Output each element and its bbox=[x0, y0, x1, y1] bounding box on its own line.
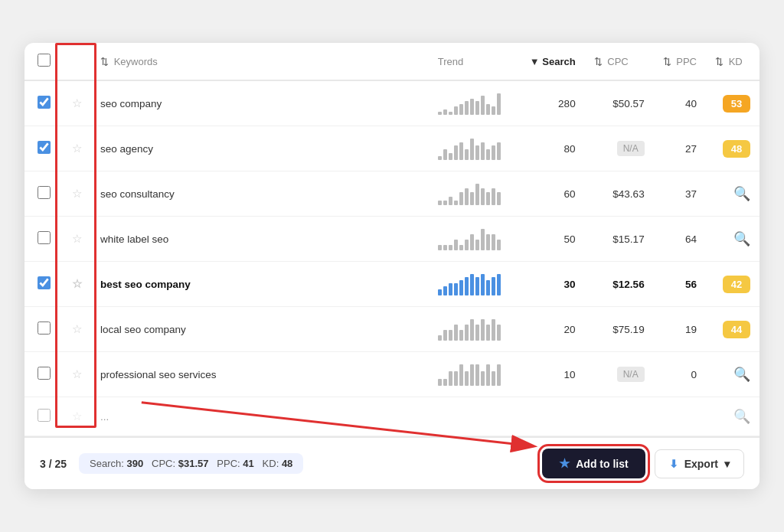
star-icon[interactable]: ☆ bbox=[72, 142, 82, 155]
star-icon[interactable]: ☆ bbox=[72, 322, 82, 335]
trend-bar bbox=[486, 104, 490, 115]
trend-bar bbox=[454, 283, 458, 295]
row-checkbox[interactable] bbox=[38, 96, 51, 109]
page-count: 3 / 25 bbox=[40, 458, 67, 470]
header-checkbox-cell[interactable] bbox=[24, 43, 63, 80]
row-star-cell[interactable]: ☆ bbox=[63, 171, 91, 217]
row-keyword: white label seo bbox=[91, 217, 429, 262]
row-keyword: ... bbox=[91, 397, 429, 436]
trend-bar bbox=[470, 139, 474, 160]
row-checkbox[interactable] bbox=[38, 276, 51, 289]
export-label: Export bbox=[684, 458, 718, 470]
trend-bar bbox=[459, 104, 463, 115]
row-checkbox-cell[interactable] bbox=[24, 352, 63, 397]
na-badge: N/A bbox=[617, 367, 645, 382]
trend-bar bbox=[497, 240, 501, 250]
trend-bar bbox=[449, 371, 452, 386]
trend-bar bbox=[465, 188, 469, 205]
row-search: 80 bbox=[521, 126, 585, 171]
row-star-cell[interactable]: ☆ bbox=[63, 217, 91, 262]
row-checkbox-cell[interactable] bbox=[24, 397, 63, 436]
trend-bar bbox=[465, 240, 469, 250]
star-icon[interactable]: ☆ bbox=[72, 277, 82, 290]
star-icon[interactable]: ☆ bbox=[72, 96, 82, 109]
row-checkbox[interactable] bbox=[38, 367, 51, 380]
row-kd: 42 bbox=[706, 262, 760, 307]
star-icon[interactable]: ☆ bbox=[72, 367, 82, 380]
row-star-cell[interactable]: ☆ bbox=[63, 397, 91, 436]
row-checkbox-cell[interactable] bbox=[24, 262, 63, 307]
trend-bar bbox=[486, 364, 490, 386]
ppc-stat-label: PPC: bbox=[217, 458, 240, 469]
cpc-stat-value: $31.57 bbox=[178, 458, 209, 469]
trend-bar bbox=[438, 245, 442, 250]
footer-left: 3 / 25 Search: 390 CPC: $31.57 PPC: 41 K… bbox=[40, 453, 303, 474]
row-checkbox-cell[interactable] bbox=[24, 217, 63, 262]
row-cpc: N/A bbox=[585, 126, 654, 171]
trend-bar bbox=[475, 277, 479, 295]
row-checkbox-cell[interactable] bbox=[24, 80, 63, 126]
add-to-list-button[interactable]: ★ Add to list bbox=[542, 449, 645, 478]
row-star-cell[interactable]: ☆ bbox=[63, 352, 91, 397]
row-keyword: professional seo services bbox=[91, 352, 429, 397]
trend-bar bbox=[481, 319, 485, 341]
header-ppc[interactable]: ⇅ PPC bbox=[654, 43, 706, 80]
row-trend bbox=[429, 171, 521, 217]
trend-bar bbox=[459, 142, 463, 160]
row-checkbox[interactable] bbox=[38, 141, 51, 154]
table-row: ☆white label seo50$15.1764🔍 bbox=[24, 217, 760, 262]
row-star-cell[interactable]: ☆ bbox=[63, 307, 91, 352]
export-chevron-icon: ▾ bbox=[724, 458, 730, 470]
header-kd[interactable]: ⇅ KD bbox=[706, 43, 760, 80]
row-cpc: $50.57 bbox=[585, 80, 654, 126]
star-icon[interactable]: ☆ bbox=[72, 410, 82, 423]
row-cpc: N/A bbox=[585, 352, 654, 397]
keywords-label: Keywords bbox=[114, 56, 158, 67]
row-checkbox-cell[interactable] bbox=[24, 307, 63, 352]
trend-bar bbox=[481, 96, 485, 115]
kd-label: KD bbox=[729, 56, 743, 67]
trend-bar bbox=[449, 197, 452, 205]
trend-chart bbox=[438, 363, 511, 386]
cpc-stat-label: CPC: bbox=[152, 458, 175, 469]
row-kd: 🔍 bbox=[706, 171, 760, 217]
kd-stat-label: KD: bbox=[263, 458, 279, 469]
trend-bar bbox=[454, 201, 458, 205]
trend-bar bbox=[470, 99, 474, 115]
header-search[interactable]: ▼ Search bbox=[521, 43, 585, 80]
table-header: ⇅ Keywords Trend ▼ Search ⇅ CPC bbox=[24, 43, 760, 80]
trend-bar bbox=[465, 149, 469, 160]
trend-bar bbox=[449, 283, 452, 295]
row-checkbox[interactable] bbox=[38, 186, 51, 199]
header-keywords[interactable]: ⇅ Keywords bbox=[91, 43, 429, 80]
star-icon[interactable]: ☆ bbox=[72, 187, 82, 200]
row-star-cell[interactable]: ☆ bbox=[63, 262, 91, 307]
trend-bar bbox=[475, 184, 479, 205]
trend-bar bbox=[443, 201, 447, 205]
cpc-sort-icon: ⇅ bbox=[594, 56, 603, 67]
row-checkbox[interactable] bbox=[38, 409, 51, 422]
row-checkbox[interactable] bbox=[38, 321, 51, 335]
star-icon[interactable]: ☆ bbox=[72, 232, 82, 245]
header-cpc[interactable]: ⇅ CPC bbox=[585, 43, 654, 80]
trend-bar bbox=[475, 364, 479, 386]
trend-bar bbox=[438, 201, 442, 205]
table-row: ☆seo agency80N/A2748 bbox=[24, 126, 760, 171]
trend-bar bbox=[454, 371, 458, 386]
kd-stat-value: 48 bbox=[282, 458, 292, 469]
table-row: ☆best seo company30$12.565642 bbox=[24, 262, 760, 307]
row-checkbox[interactable] bbox=[38, 231, 51, 244]
row-checkbox-cell[interactable] bbox=[24, 171, 63, 217]
row-star-cell[interactable]: ☆ bbox=[63, 80, 91, 126]
export-button[interactable]: ⬇ Export ▾ bbox=[655, 449, 744, 478]
select-all-checkbox[interactable] bbox=[38, 54, 51, 67]
kd-badge: 44 bbox=[723, 321, 750, 338]
trend-bar bbox=[486, 280, 490, 295]
row-checkbox-cell[interactable] bbox=[24, 126, 63, 171]
trend-bar bbox=[438, 156, 442, 160]
row-trend bbox=[429, 217, 521, 262]
trend-bar bbox=[486, 325, 490, 341]
row-keyword: local seo company bbox=[91, 307, 429, 352]
row-star-cell[interactable]: ☆ bbox=[63, 126, 91, 171]
trend-bar bbox=[443, 149, 447, 160]
